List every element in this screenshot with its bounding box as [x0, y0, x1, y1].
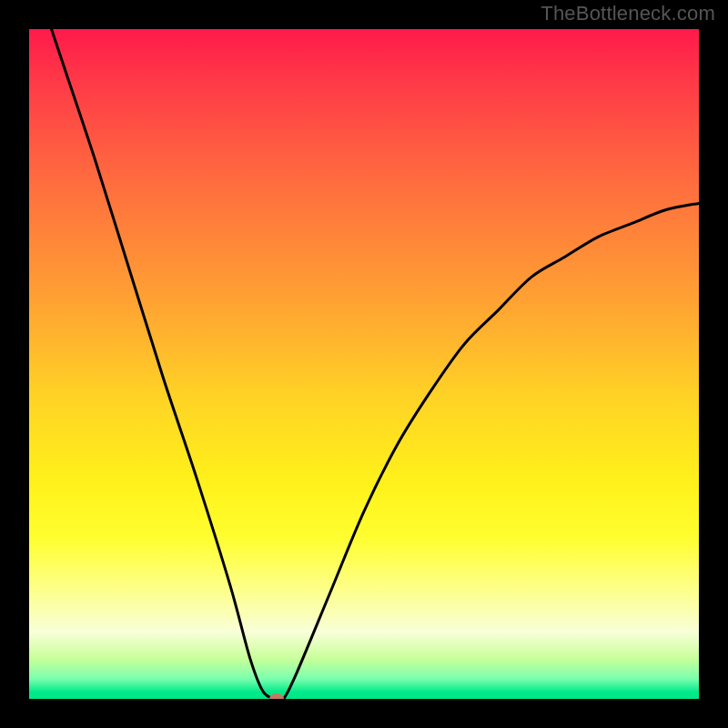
bottleneck-curve	[29, 29, 699, 699]
optimum-marker	[269, 693, 284, 699]
chart-frame: TheBottleneck.com	[0, 0, 728, 728]
plot-area	[29, 29, 699, 699]
watermark-text: TheBottleneck.com	[541, 2, 715, 25]
